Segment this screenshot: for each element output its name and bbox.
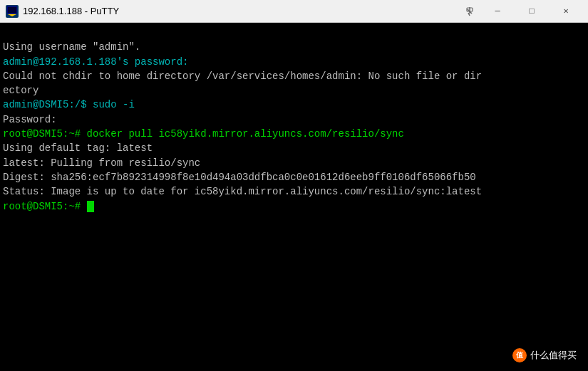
close-button[interactable]: ✕ [550,1,582,21]
terminal-text: ectory [3,85,38,96]
terminal-line: Could not chdir to home directory /var/s… [3,69,585,83]
terminal-text: Using username "admin". [3,41,140,53]
watermark-text: 什么值得买 [530,349,577,362]
titlebar-title: 192.168.1.188 - PuTTY [23,6,119,16]
putty-icon [6,5,19,18]
minimize-button[interactable]: — [481,1,514,21]
terminal-line: Password: [3,113,585,127]
terminal-line: Using username "admin". [3,40,585,54]
terminal-text: root@DSMI5:~# [3,201,87,212]
terminal-line: root@DSMI5:~# docker pull ic58yikd.mirro… [3,127,585,141]
terminal-text: Digest: sha256:ecf7b892314998f8e10d494a0… [3,172,476,183]
terminal-text: Could not chdir to home directory /var/s… [3,70,482,82]
terminal-text: Status: Image is up to date for ic58yikd… [3,186,482,197]
pin-button[interactable] [460,1,480,21]
terminal-area[interactable]: Using username "admin".admin@192.168.1.1… [0,23,588,371]
terminal-text: Using default tag: latest [3,142,153,154]
terminal-line: admin@DSMI5:/$ sudo -i [3,98,585,112]
maximize-button[interactable]: □ [515,1,548,21]
terminal-cursor [87,201,94,212]
terminal-text: Password: [3,114,57,125]
terminal-line: root@DSMI5:~# [3,199,585,214]
terminal-text: root@DSMI5:~# docker pull ic58yikd.mirro… [3,128,404,140]
titlebar-controls: — □ ✕ [460,1,582,21]
terminal-line: Status: Image is up to date for ic58yikd… [3,184,585,199]
terminal-line: ectory [3,83,585,98]
terminal-line: Using default tag: latest [3,141,585,155]
svg-rect-2 [8,7,16,13]
terminal-line: admin@192.168.1.188's password: [3,55,585,69]
titlebar: 192.168.1.188 - PuTTY — □ ✕ [0,0,588,23]
terminal-text: admin@192.168.1.188's password: [3,56,188,68]
terminal-line: Digest: sha256:ecf7b892314998f8e10d494a0… [3,170,585,184]
pin-icon [465,6,475,16]
terminal-text: latest: Pulling from resilio/sync [3,157,200,169]
terminal-line: latest: Pulling from resilio/sync [3,156,585,170]
watermark-logo: 值 [512,348,527,362]
terminal-text: admin@DSMI5:/$ sudo -i [3,99,135,110]
watermark: 值 什么值得买 [507,345,582,365]
titlebar-left: 192.168.1.188 - PuTTY [6,5,119,18]
